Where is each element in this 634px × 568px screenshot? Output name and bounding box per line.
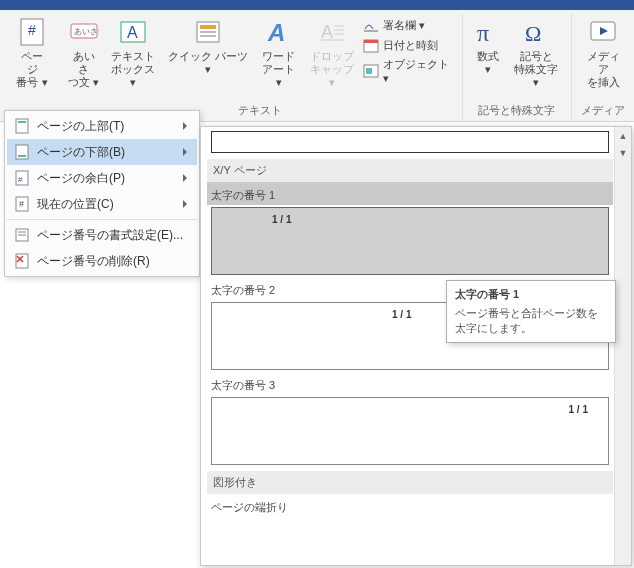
group-label-media: メディア bbox=[581, 103, 625, 121]
gallery-option-bold3[interactable]: 1 / 1 bbox=[211, 397, 609, 465]
svg-text:A: A bbox=[267, 19, 285, 46]
gallery-section-shape: 図形付き bbox=[207, 471, 613, 494]
menu-current-position-label: 現在の位置(C) bbox=[37, 196, 114, 213]
symbol-label1: 記号と bbox=[520, 50, 553, 63]
svg-rect-26 bbox=[18, 121, 26, 123]
page-text: 1 / 1 bbox=[392, 309, 411, 320]
date-icon bbox=[363, 37, 379, 53]
page-text: 1 / 1 bbox=[272, 214, 291, 225]
equation-button[interactable]: π 数式 ▾ bbox=[469, 14, 507, 78]
symbol-button[interactable]: Ω 記号と 特殊文字 ▾ bbox=[507, 14, 565, 92]
gallery-top-preview[interactable] bbox=[211, 131, 609, 153]
quickparts-label: クイック パーツ ▾ bbox=[166, 50, 251, 76]
menu-page-margin-label: ページの余白(P) bbox=[37, 170, 125, 187]
svg-text:A: A bbox=[321, 22, 333, 42]
menu-page-top[interactable]: ページの上部(T) bbox=[7, 113, 197, 139]
dropcap-label2: キャップ ▾ bbox=[307, 63, 358, 89]
page-number-menu: ページの上部(T) ページの下部(B) # ページの余白(P) # 現在の位置(… bbox=[4, 110, 200, 277]
symbol-label2: 特殊文字 ▾ bbox=[511, 63, 561, 89]
aisatsu-label1: あいさ bbox=[68, 50, 99, 76]
gallery-option-bold1[interactable]: 1 / 1 bbox=[211, 207, 609, 275]
gallery-option-bold3-label: 太字の番号 3 bbox=[207, 372, 613, 395]
page-bottom-icon bbox=[13, 143, 31, 161]
textbox-label2: ボックス ▾ bbox=[107, 63, 158, 89]
svg-text:あいさつ: あいさつ bbox=[74, 27, 99, 36]
wordart-button[interactable]: A ワード アート ▾ bbox=[255, 14, 303, 92]
tooltip-body: ページ番号と合計ページ数を太字にします。 bbox=[455, 306, 607, 336]
page-number-label1: ページ bbox=[16, 50, 48, 76]
dropcap-icon: A bbox=[316, 16, 348, 48]
ribbon: # ページ 番号 ▾ あいさつ あいさ つ文 ▾ A テキスト ボックス bbox=[0, 10, 634, 122]
signature-line-button[interactable]: 署名欄 ▾ bbox=[361, 16, 455, 34]
page-text: 1 / 1 bbox=[569, 404, 588, 415]
svg-rect-28 bbox=[18, 155, 26, 157]
group-label-symbols: 記号と特殊文字 bbox=[478, 103, 555, 121]
svg-rect-7 bbox=[200, 25, 216, 29]
menu-current-position[interactable]: # 現在の位置(C) bbox=[7, 191, 197, 217]
tooltip: 太字の番号 1 ページ番号と合計ページ数を太字にします。 bbox=[446, 280, 616, 343]
submenu-arrow-icon bbox=[183, 122, 191, 130]
gallery-option-corner-label: ページの端折り bbox=[207, 494, 613, 517]
media-label2: を挿入 bbox=[587, 76, 620, 89]
wordart-label2: アート ▾ bbox=[259, 63, 299, 89]
scroll-up-icon[interactable]: ▲ bbox=[615, 127, 631, 144]
svg-text:#: # bbox=[18, 175, 23, 184]
format-icon bbox=[13, 226, 31, 244]
window-titlebar bbox=[0, 0, 634, 10]
menu-format-page-number[interactable]: ページ番号の書式設定(E)... bbox=[7, 222, 197, 248]
menu-remove-page-number[interactable]: ページ番号の削除(R) bbox=[7, 248, 197, 274]
textbox-label1: テキスト bbox=[111, 50, 155, 63]
page-top-icon bbox=[13, 117, 31, 135]
wordart-icon: A bbox=[263, 16, 295, 48]
date-label: 日付と時刻 bbox=[383, 38, 438, 53]
svg-text:Ω: Ω bbox=[525, 21, 541, 46]
svg-text:π: π bbox=[477, 20, 489, 46]
svg-rect-8 bbox=[200, 31, 216, 33]
gallery-scrollbar[interactable]: ▲ ▼ bbox=[614, 127, 631, 565]
aisatsu-button[interactable]: あいさつ あいさ つ文 ▾ bbox=[64, 14, 103, 92]
submenu-arrow-icon bbox=[183, 200, 191, 208]
menu-page-bottom[interactable]: ページの下部(B) bbox=[7, 139, 197, 165]
page-number-label2: 番号 ▾ bbox=[16, 76, 47, 89]
quickparts-icon bbox=[192, 16, 224, 48]
media-button[interactable]: メディア を挿入 bbox=[578, 14, 628, 92]
object-icon bbox=[363, 63, 379, 79]
date-time-button[interactable]: 日付と時刻 bbox=[361, 36, 455, 54]
tooltip-title: 太字の番号 1 bbox=[455, 287, 607, 302]
menu-page-bottom-label: ページの下部(B) bbox=[37, 144, 125, 161]
scroll-down-icon[interactable]: ▼ bbox=[615, 144, 631, 161]
object-button[interactable]: オブジェクト ▾ bbox=[361, 56, 455, 86]
group-label-text: テキスト bbox=[238, 103, 282, 121]
aisatsu-icon: あいさつ bbox=[68, 16, 100, 48]
equation-label1: 数式 bbox=[477, 50, 499, 63]
media-icon bbox=[587, 16, 619, 48]
media-label1: メディア bbox=[582, 50, 624, 76]
svg-rect-18 bbox=[364, 40, 378, 43]
menu-separator bbox=[7, 219, 197, 220]
object-label: オブジェクト ▾ bbox=[383, 57, 453, 85]
gallery-section-xy: X/Y ページ bbox=[207, 159, 613, 182]
menu-format-label: ページ番号の書式設定(E)... bbox=[37, 227, 183, 244]
svg-text:A: A bbox=[127, 24, 138, 41]
signature-icon bbox=[363, 17, 379, 33]
aisatsu-label2: つ文 ▾ bbox=[68, 76, 99, 89]
quickparts-button[interactable]: クイック パーツ ▾ bbox=[162, 14, 255, 92]
svg-rect-20 bbox=[366, 68, 372, 74]
page-number-button[interactable]: # ページ 番号 ▾ bbox=[12, 14, 52, 92]
svg-rect-9 bbox=[200, 35, 216, 37]
page-number-icon: # bbox=[16, 16, 48, 48]
remove-icon bbox=[13, 252, 31, 270]
symbol-icon: Ω bbox=[520, 16, 552, 48]
signature-label: 署名欄 ▾ bbox=[383, 18, 425, 33]
textbox-button[interactable]: A テキスト ボックス ▾ bbox=[103, 14, 162, 92]
dropcap-button: A ドロップ キャップ ▾ bbox=[303, 14, 362, 92]
current-position-icon: # bbox=[13, 195, 31, 213]
gallery-option-bold1-label: 太字の番号 1 bbox=[207, 182, 613, 205]
equation-icon: π bbox=[472, 16, 504, 48]
menu-page-margin[interactable]: # ページの余白(P) bbox=[7, 165, 197, 191]
page-number-gallery: X/Y ページ 太字の番号 1 1 / 1 太字の番号 2 1 / 1 太字の番… bbox=[200, 126, 632, 566]
submenu-arrow-icon bbox=[183, 174, 191, 182]
svg-text:#: # bbox=[28, 22, 36, 38]
equation-label2: ▾ bbox=[485, 63, 491, 76]
menu-remove-label: ページ番号の削除(R) bbox=[37, 253, 150, 270]
